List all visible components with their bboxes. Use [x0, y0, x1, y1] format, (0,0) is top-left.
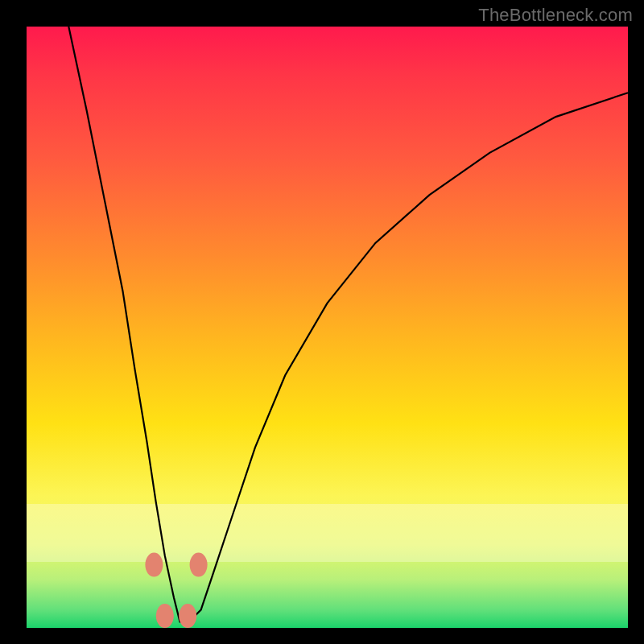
curve-marker: [156, 604, 174, 628]
chart-frame: TheBottleneck.com: [0, 0, 644, 644]
curve-marker-group: [145, 553, 207, 629]
bottleneck-curve: [68, 27, 628, 622]
curve-marker: [145, 553, 163, 577]
curve-marker: [179, 604, 196, 628]
watermark-text: TheBottleneck.com: [478, 5, 633, 26]
chart-plot-area: [27, 27, 628, 628]
curve-marker: [190, 553, 208, 577]
